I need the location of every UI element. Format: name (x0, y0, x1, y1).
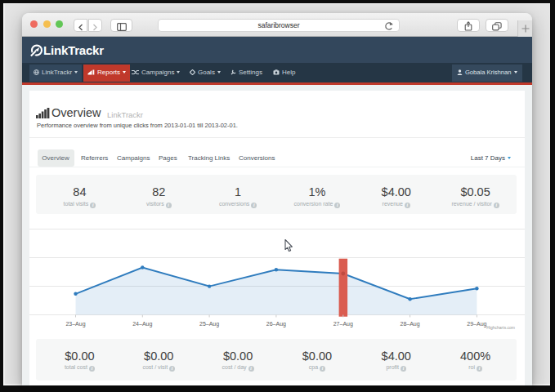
svg-text:24–Aug: 24–Aug (132, 321, 152, 327)
svg-text:23–Aug: 23–Aug (65, 321, 85, 327)
svg-text:Highcharts.com: Highcharts.com (486, 325, 515, 330)
svg-text:27–Aug: 27–Aug (333, 321, 353, 327)
svg-text:29–Aug: 29–Aug (467, 321, 486, 327)
svg-text:26–Aug: 26–Aug (266, 321, 286, 327)
svg-text:28–Aug: 28–Aug (401, 321, 420, 327)
svg-text:25–Aug: 25–Aug (199, 321, 219, 327)
